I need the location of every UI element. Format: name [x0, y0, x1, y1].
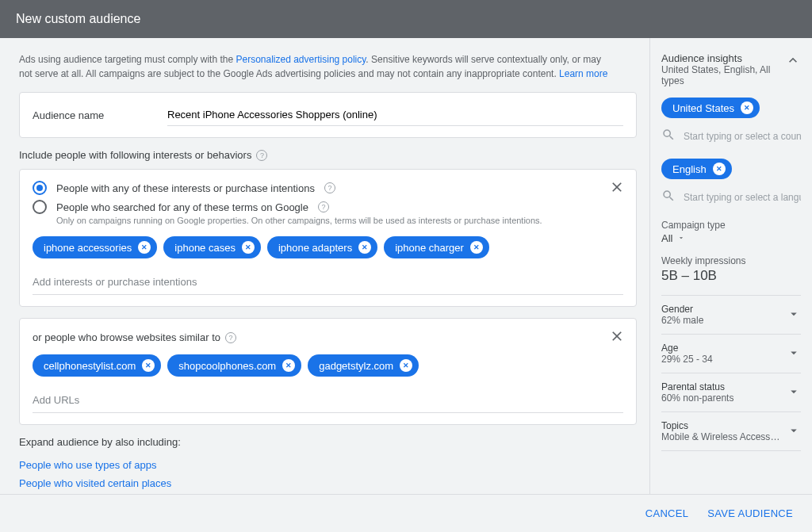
interests-card: People with any of these interests or pu… [19, 169, 637, 307]
chip[interactable]: shopcoolphones.com [167, 354, 301, 377]
chip[interactable]: gadgetstylz.com [308, 354, 419, 377]
website-chip-row: cellphonestylist.comshopcoolphones.comga… [33, 354, 623, 377]
chip[interactable]: iphone cases [163, 236, 261, 258]
chip-remove-icon[interactable] [138, 241, 151, 254]
help-icon[interactable]: ? [324, 182, 335, 193]
expand-title: Expand audience by also including: [19, 436, 637, 448]
language-chip[interactable]: English [661, 159, 732, 179]
language-search-row [661, 189, 801, 205]
chip-remove-icon[interactable] [400, 359, 412, 372]
radio-icon [33, 181, 47, 195]
campaign-type-dropdown[interactable]: All [661, 232, 685, 244]
search-icon [661, 189, 676, 205]
sidebar-accordion[interactable]: Age29% 25 - 34 [661, 334, 801, 373]
interest-chip-row: iphone accessoriesiphone casesiphone ada… [33, 236, 623, 258]
impressions-value: 5B – 10B [661, 268, 801, 284]
insights-title: Audience insights [661, 52, 785, 64]
audience-name-label: Audience name [33, 109, 167, 121]
search-icon [661, 128, 676, 144]
chevron-down-icon [787, 307, 801, 323]
sidebar-accordion[interactable]: TopicsMobile & Wireless Accessories, M..… [661, 411, 801, 451]
close-icon[interactable] [609, 179, 625, 197]
chip-remove-icon[interactable] [242, 241, 255, 254]
chevron-up-icon[interactable] [785, 52, 801, 71]
chip[interactable]: iphone adapters [267, 236, 377, 258]
radio-icon [33, 200, 47, 214]
language-search-input[interactable] [684, 192, 801, 203]
add-urls-input[interactable] [33, 388, 623, 413]
sidebar-accordion[interactable]: Gender62% male [661, 295, 801, 334]
radio-searched-subtext: Only on campaigns running on Google prop… [56, 216, 623, 225]
chip-remove-icon[interactable] [470, 241, 483, 254]
expand-places-link[interactable]: People who visited certain places [19, 477, 637, 489]
main-column: Ads using audience targeting must comply… [0, 38, 649, 494]
country-search-row [661, 128, 801, 144]
impressions-label: Weekly impressions [661, 255, 801, 266]
add-interests-input[interactable] [33, 270, 623, 295]
chip[interactable]: iphone charger [384, 236, 489, 258]
chip[interactable]: cellphonestylist.com [33, 354, 161, 377]
campaign-type-label: Campaign type [661, 220, 801, 231]
help-icon[interactable]: ? [318, 201, 329, 212]
audience-name-card: Audience name [19, 92, 637, 138]
policy-notice: Ads using audience targeting must comply… [19, 52, 614, 81]
chip-remove-icon[interactable] [713, 163, 726, 175]
body-area: Ads using audience targeting must comply… [0, 38, 812, 494]
radio-searched-terms[interactable]: People who searched for any of these ter… [33, 200, 623, 214]
country-chip[interactable]: United States [661, 98, 760, 118]
radio-interests[interactable]: People with any of these interests or pu… [33, 181, 623, 195]
websites-title: or people who browse websites similar to… [33, 331, 623, 343]
chevron-down-icon [787, 423, 801, 440]
save-audience-button[interactable]: SAVE AUDIENCE [707, 507, 793, 519]
insights-subtitle: United States, English, All types [661, 64, 785, 86]
chip-remove-icon[interactable] [358, 241, 371, 254]
country-search-input[interactable] [684, 131, 801, 142]
chip[interactable]: iphone accessories [33, 236, 157, 258]
chip-remove-icon[interactable] [142, 359, 155, 372]
footer-bar: CANCEL SAVE AUDIENCE [0, 494, 812, 532]
header-bar: New custom audience [0, 0, 812, 38]
learn-more-link[interactable]: Learn more [559, 68, 607, 79]
close-icon[interactable] [609, 328, 625, 346]
audience-name-input[interactable] [167, 104, 623, 126]
chevron-down-icon [787, 346, 801, 362]
chevron-down-icon [787, 385, 801, 401]
help-icon[interactable]: ? [256, 150, 267, 161]
help-icon[interactable]: ? [225, 332, 236, 343]
page-title: New custom audience [16, 12, 140, 26]
websites-card: or people who browse websites similar to… [19, 318, 637, 425]
chevron-down-icon [677, 232, 685, 244]
expand-apps-link[interactable]: People who use types of apps [19, 459, 637, 471]
policy-link[interactable]: Personalized advertising policy [236, 54, 366, 65]
sidebar: Audience insights United States, English… [649, 38, 812, 494]
sidebar-accordion[interactable]: Parental status60% non-parents [661, 373, 801, 411]
chip-remove-icon[interactable] [741, 101, 753, 114]
include-section-title: Include people with following interests … [19, 149, 637, 161]
chip-remove-icon[interactable] [282, 359, 295, 372]
cancel-button[interactable]: CANCEL [645, 507, 689, 519]
